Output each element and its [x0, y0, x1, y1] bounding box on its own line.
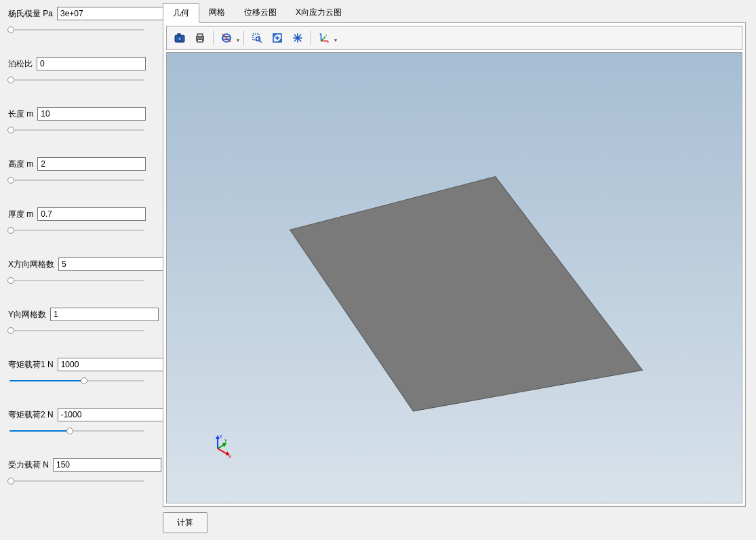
param-input[interactable]: [37, 57, 146, 70]
zoom-box-icon[interactable]: [248, 29, 266, 47]
param-slider[interactable]: [8, 275, 146, 286]
param-label: 弯矩载荷2 N: [8, 409, 54, 421]
param-label: 受力载荷 N: [8, 459, 49, 471]
tab-bar: 几何网格位移云图X向应力云图: [163, 3, 746, 23]
camera-icon[interactable]: [171, 29, 188, 47]
svg-line-11: [260, 41, 262, 43]
param-slider[interactable]: [8, 476, 146, 486]
fit-screen-icon[interactable]: [268, 29, 286, 47]
param-slider[interactable]: [8, 375, 146, 386]
param-label: 泊松比: [8, 58, 33, 70]
param-input[interactable]: [58, 408, 166, 421]
param-slider[interactable]: [8, 24, 146, 35]
param-group: X方向网格数: [8, 257, 146, 286]
param-label: 高度 m: [8, 159, 33, 170]
sidebar: 杨氏模量 Pa 泊松比 长度 m 高度 m: [0, 0, 156, 540]
param-slider[interactable]: [8, 75, 146, 85]
svg-text:z: z: [319, 32, 321, 36]
svg-line-32: [218, 449, 227, 454]
svg-point-1: [178, 37, 182, 41]
param-group: 弯矩载荷2 N: [8, 408, 146, 436]
dropdown-arrow-icon[interactable]: ▾: [334, 37, 337, 47]
viewport-toolbar: ▾zxy▾: [166, 26, 742, 50]
param-slider[interactable]: [8, 225, 146, 236]
toolbar-separator: [243, 30, 244, 45]
param-slider[interactable]: [8, 125, 146, 136]
param-group: 泊松比: [8, 57, 146, 85]
param-label: Y向网格数: [8, 309, 46, 320]
param-label: 长度 m: [8, 108, 33, 120]
param-group: 受力载荷 N: [8, 458, 146, 486]
param-input[interactable]: [37, 157, 146, 171]
dropdown-arrow-icon[interactable]: ▾: [237, 37, 239, 47]
param-group: 杨氏模量 Pa: [8, 7, 146, 35]
tab[interactable]: 几何: [163, 3, 199, 23]
calculate-button[interactable]: 计算: [163, 512, 207, 533]
geometry-plate: [167, 53, 742, 503]
svg-text:z: z: [220, 435, 222, 439]
param-label: X方向网格数: [8, 259, 54, 270]
param-input[interactable]: [37, 207, 146, 221]
viewport-container: ▾zxy▾ z y x: [163, 22, 746, 507]
main-panel: 几何网格位移云图X向应力云图 ▾zxy▾ z y: [156, 0, 756, 540]
param-input[interactable]: [53, 458, 161, 472]
svg-text:x: x: [228, 453, 231, 459]
param-group: 长度 m: [8, 107, 146, 136]
param-slider[interactable]: [8, 425, 146, 436]
param-slider[interactable]: [8, 325, 146, 336]
svg-text:y: y: [224, 437, 227, 443]
param-input[interactable]: [58, 358, 166, 371]
param-group: 弯矩载荷1 N: [8, 358, 146, 386]
param-label: 弯矩载荷1 N: [8, 359, 54, 371]
param-input[interactable]: [50, 308, 159, 321]
tab[interactable]: X向应力云图: [286, 3, 351, 23]
bottom-bar: 计算: [163, 512, 746, 533]
param-group: Y向网格数: [8, 308, 146, 336]
param-label: 杨氏模量 Pa: [8, 8, 53, 20]
toolbar-separator: [311, 30, 311, 45]
svg-text:y: y: [325, 33, 327, 37]
svg-marker-25: [290, 177, 643, 411]
tab[interactable]: 位移云图: [235, 3, 286, 23]
svg-text:x: x: [327, 40, 330, 44]
3d-viewport[interactable]: z y x: [166, 52, 742, 503]
toolbar-separator: [213, 30, 214, 45]
param-group: 厚度 m: [8, 207, 146, 236]
param-input[interactable]: [57, 7, 165, 20]
param-slider[interactable]: [8, 175, 146, 186]
param-input[interactable]: [37, 107, 146, 121]
sphere-icon[interactable]: [218, 29, 235, 47]
axes-icon[interactable]: zxy: [315, 29, 333, 47]
svg-rect-5: [197, 39, 203, 42]
param-label: 厚度 m: [8, 209, 33, 220]
printer-icon[interactable]: [191, 29, 209, 47]
svg-rect-2: [178, 34, 180, 35]
tab[interactable]: 网格: [199, 3, 235, 23]
rotate-icon[interactable]: [289, 29, 306, 47]
svg-line-21: [321, 37, 325, 41]
axis-triad: z y x: [204, 435, 231, 462]
svg-rect-4: [197, 34, 203, 37]
param-group: 高度 m: [8, 157, 146, 186]
param-input[interactable]: [58, 257, 167, 271]
